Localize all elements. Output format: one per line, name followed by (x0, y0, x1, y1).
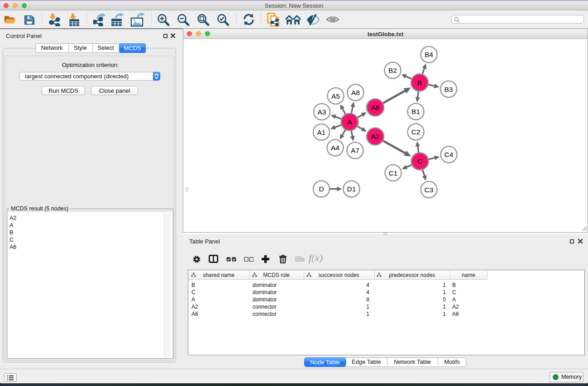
svg-text:D1: D1 (347, 185, 356, 193)
svg-text:A2: A2 (371, 133, 380, 140)
svg-text:A1: A1 (317, 129, 326, 136)
svg-text:C2: C2 (411, 128, 421, 136)
svg-text:B2: B2 (388, 67, 397, 74)
svg-text:A: A (347, 118, 352, 126)
svg-text:B1: B1 (411, 108, 420, 115)
svg-text:B: B (417, 79, 422, 86)
svg-text:C1: C1 (389, 169, 398, 177)
svg-text:A5: A5 (331, 92, 340, 100)
svg-text:A7: A7 (351, 147, 359, 154)
svg-text:C: C (417, 157, 422, 165)
svg-text:C4: C4 (445, 151, 454, 158)
svg-text:A3: A3 (318, 108, 326, 116)
svg-text:A8: A8 (351, 89, 360, 96)
svg-text:A4: A4 (331, 144, 339, 152)
svg-text:D: D (319, 185, 324, 193)
svg-text:B3: B3 (445, 86, 453, 93)
svg-text:C3: C3 (425, 186, 434, 194)
svg-text:A6: A6 (371, 104, 380, 111)
svg-text:B4: B4 (425, 51, 433, 58)
